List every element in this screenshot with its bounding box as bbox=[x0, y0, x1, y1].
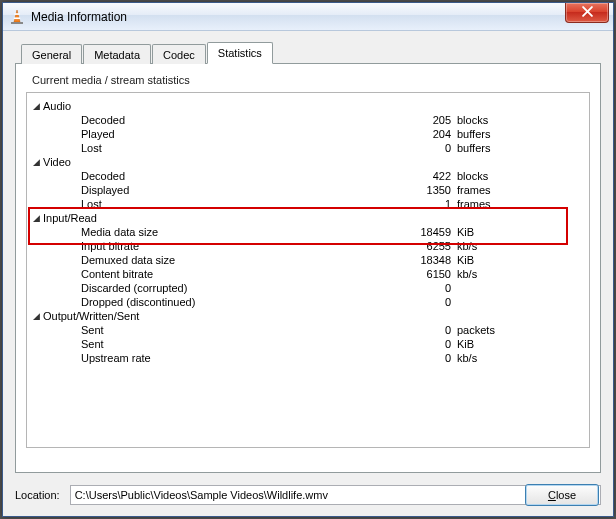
collapse-icon[interactable]: ◢ bbox=[33, 101, 43, 111]
close-icon bbox=[582, 6, 593, 19]
location-row: Location: bbox=[15, 485, 601, 505]
stats-tree[interactable]: ◢Audio Decoded205blocks Played204buffers… bbox=[26, 92, 590, 448]
group-video: ◢Video Decoded422blocks Displayed1350fra… bbox=[27, 155, 589, 211]
group-output: ◢Output/Written/Sent Sent0packets Sent0K… bbox=[27, 309, 589, 365]
collapse-icon[interactable]: ◢ bbox=[33, 311, 43, 321]
row-dropped: Dropped (discontinued)0 bbox=[45, 295, 589, 309]
location-label: Location: bbox=[15, 489, 60, 501]
row-input-bitrate: Input bitrate6255kb/s bbox=[45, 239, 589, 253]
row-discarded: Discarded (corrupted)0 bbox=[45, 281, 589, 295]
close-button[interactable]: Close bbox=[525, 484, 599, 506]
tab-codec[interactable]: Codec bbox=[152, 44, 206, 64]
group-label: Video bbox=[43, 156, 71, 168]
row-upstream-rate: Upstream rate0kb/s bbox=[45, 351, 589, 365]
collapse-icon[interactable]: ◢ bbox=[33, 213, 43, 223]
row-audio-lost: Lost0buffers bbox=[45, 141, 589, 155]
tab-metadata[interactable]: Metadata bbox=[83, 44, 151, 64]
svg-rect-1 bbox=[14, 17, 20, 19]
media-information-dialog: Media Information General Metadata Codec… bbox=[2, 2, 614, 517]
row-video-decoded: Decoded422blocks bbox=[45, 169, 589, 183]
group-label: Input/Read bbox=[43, 212, 97, 224]
row-demuxed-data-size: Demuxed data size18348KiB bbox=[45, 253, 589, 267]
tab-strip: General Metadata Codec Statistics bbox=[15, 41, 601, 63]
group-label: Output/Written/Sent bbox=[43, 310, 139, 322]
tabpage-statistics: Current media / stream statistics ◢Audio… bbox=[15, 63, 601, 473]
group-audio: ◢Audio Decoded205blocks Played204buffers… bbox=[27, 99, 589, 155]
row-media-data-size: Media data size18459KiB bbox=[45, 225, 589, 239]
row-sent-packets: Sent0packets bbox=[45, 323, 589, 337]
window-close-button[interactable] bbox=[565, 3, 609, 23]
row-video-displayed: Displayed1350frames bbox=[45, 183, 589, 197]
row-audio-played: Played204buffers bbox=[45, 127, 589, 141]
location-input[interactable] bbox=[70, 485, 601, 505]
vlc-icon bbox=[9, 9, 25, 25]
stats-heading: Current media / stream statistics bbox=[26, 74, 590, 86]
row-video-lost: Lost1frames bbox=[45, 197, 589, 211]
svg-rect-2 bbox=[11, 22, 23, 24]
tab-statistics[interactable]: Statistics bbox=[207, 42, 273, 64]
collapse-icon[interactable]: ◢ bbox=[33, 157, 43, 167]
group-label: Audio bbox=[43, 100, 71, 112]
svg-rect-0 bbox=[14, 13, 19, 15]
row-content-bitrate: Content bitrate6150kb/s bbox=[45, 267, 589, 281]
titlebar[interactable]: Media Information bbox=[3, 3, 613, 31]
client-area: General Metadata Codec Statistics Curren… bbox=[3, 31, 613, 516]
window-title: Media Information bbox=[31, 10, 565, 24]
tab-general[interactable]: General bbox=[21, 44, 82, 64]
row-sent-kib: Sent0KiB bbox=[45, 337, 589, 351]
group-input: ◢Input/Read Media data size18459KiB Inpu… bbox=[27, 211, 589, 309]
row-audio-decoded: Decoded205blocks bbox=[45, 113, 589, 127]
